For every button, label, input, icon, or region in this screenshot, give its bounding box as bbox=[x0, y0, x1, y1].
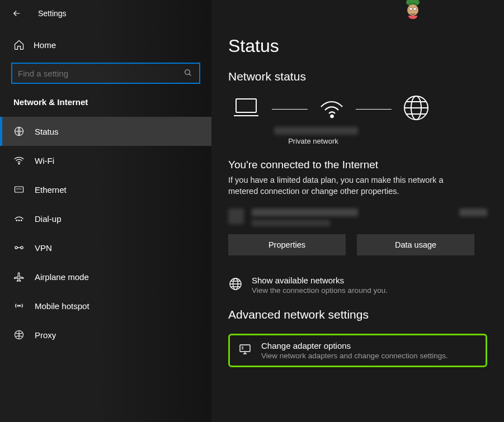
section-title: Network status bbox=[228, 70, 487, 83]
laptop-icon bbox=[232, 97, 261, 121]
sidebar-item-proxy[interactable]: Proxy bbox=[0, 320, 211, 349]
data-usage-button[interactable]: Data usage bbox=[357, 234, 474, 255]
adapter-icon bbox=[238, 342, 252, 357]
vpn-icon bbox=[13, 242, 25, 253]
svg-point-0 bbox=[185, 70, 190, 75]
advanced-section-title: Advanced network settings bbox=[228, 308, 487, 321]
svg-point-4 bbox=[16, 220, 17, 221]
header: Settings bbox=[0, 0, 211, 27]
proxy-icon bbox=[13, 329, 25, 340]
change-adapter-title: Change adapter options bbox=[261, 341, 448, 350]
back-arrow-icon[interactable] bbox=[11, 8, 22, 19]
network-type-label: Private network bbox=[274, 137, 352, 145]
sidebar-item-label: Mobile hotspot bbox=[35, 301, 90, 311]
sidebar-item-label: Proxy bbox=[35, 330, 56, 340]
network-name-block: Private network bbox=[274, 127, 352, 145]
airplane-icon bbox=[13, 271, 25, 282]
svg-point-9 bbox=[18, 305, 20, 306]
sidebar-item-airplane[interactable]: Airplane mode bbox=[0, 262, 211, 291]
sidebar-item-label: Wi-Fi bbox=[35, 156, 54, 165]
connector-line bbox=[356, 109, 392, 110]
globe-icon bbox=[228, 277, 243, 291]
home-icon bbox=[13, 39, 25, 50]
dialup-icon bbox=[13, 213, 25, 224]
sidebar-item-label: Airplane mode bbox=[35, 272, 89, 282]
svg-rect-22 bbox=[240, 345, 250, 352]
show-networks-title: Show available networks bbox=[252, 276, 388, 285]
search-icon bbox=[183, 68, 194, 78]
sidebar-item-label: Ethernet bbox=[35, 185, 67, 195]
main-content: Status Network status Private network Yo… bbox=[211, 0, 504, 422]
page-title: Status bbox=[228, 36, 487, 56]
button-row: Properties Data usage bbox=[228, 234, 487, 255]
app-title: Settings bbox=[38, 9, 67, 18]
globe-icon bbox=[13, 126, 25, 137]
wifi-icon bbox=[13, 155, 25, 166]
search-box[interactable] bbox=[11, 63, 200, 84]
show-networks-link[interactable]: Show available networks View the connect… bbox=[228, 276, 487, 295]
change-adapter-link[interactable]: Change adapter options View network adap… bbox=[228, 334, 487, 367]
svg-rect-14 bbox=[409, 8, 412, 10]
wifi-signal-icon bbox=[319, 97, 345, 121]
adapter-info-row bbox=[228, 208, 487, 226]
connected-heading: You're connected to the Internet bbox=[228, 159, 487, 171]
svg-rect-12 bbox=[409, 3, 417, 4]
network-ssid-redacted bbox=[274, 127, 358, 135]
svg-rect-3 bbox=[15, 187, 23, 192]
svg-point-7 bbox=[15, 246, 17, 249]
svg-point-8 bbox=[21, 246, 23, 249]
svg-rect-15 bbox=[413, 8, 416, 10]
globe-large-icon bbox=[403, 94, 430, 124]
nav-list: Status Wi-Fi Ethernet Dial-up VPN bbox=[0, 117, 211, 349]
home-label: Home bbox=[34, 40, 56, 50]
sidebar-item-wifi[interactable]: Wi-Fi bbox=[0, 146, 211, 175]
network-diagram bbox=[228, 94, 487, 124]
sidebar-item-label: VPN bbox=[35, 243, 52, 253]
svg-point-6 bbox=[21, 220, 22, 221]
search-input[interactable] bbox=[18, 69, 183, 78]
sidebar: Settings Home Network & Internet Status … bbox=[0, 0, 211, 422]
ethernet-icon bbox=[13, 184, 25, 195]
adapter-name-redacted bbox=[252, 208, 358, 216]
properties-button[interactable]: Properties bbox=[228, 234, 346, 255]
sidebar-item-status[interactable]: Status bbox=[0, 117, 211, 146]
svg-point-2 bbox=[18, 163, 20, 164]
adapter-usage-redacted bbox=[459, 208, 487, 216]
connected-description: If you have a limited data plan, you can… bbox=[228, 174, 469, 197]
sidebar-item-hotspot[interactable]: Mobile hotspot bbox=[0, 291, 211, 320]
sidebar-item-vpn[interactable]: VPN bbox=[0, 233, 211, 262]
avatar-icon bbox=[403, 0, 423, 17]
svg-point-5 bbox=[18, 220, 20, 221]
adapter-wifi-icon bbox=[228, 208, 244, 224]
adapter-subtext-redacted bbox=[252, 220, 330, 226]
hotspot-icon bbox=[13, 300, 25, 311]
home-button[interactable]: Home bbox=[0, 31, 211, 58]
connector-line bbox=[272, 109, 308, 110]
sidebar-item-label: Dial-up bbox=[35, 214, 62, 224]
svg-rect-16 bbox=[236, 99, 256, 112]
sidebar-item-dialup[interactable]: Dial-up bbox=[0, 204, 211, 233]
change-adapter-desc: View network adapters and change connect… bbox=[261, 352, 448, 360]
sidebar-item-ethernet[interactable]: Ethernet bbox=[0, 175, 211, 204]
sidebar-item-label: Status bbox=[35, 127, 59, 136]
svg-point-17 bbox=[331, 115, 333, 117]
category-title: Network & Internet bbox=[0, 84, 211, 117]
show-networks-desc: View the connection options around you. bbox=[252, 286, 388, 295]
